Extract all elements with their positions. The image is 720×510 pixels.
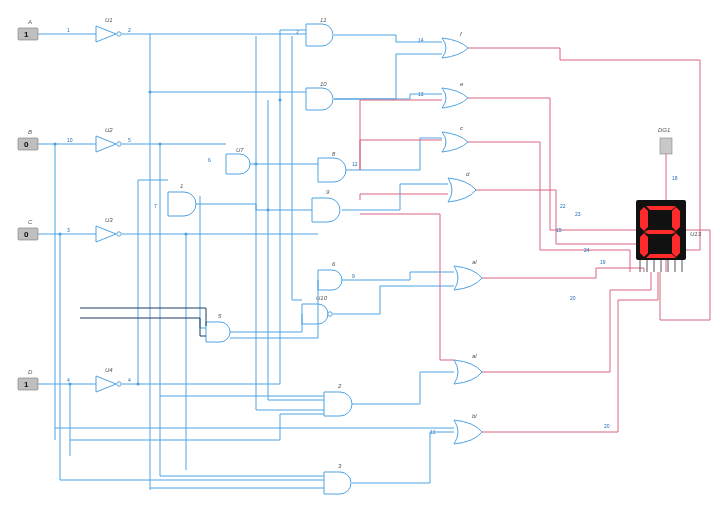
connector-icon xyxy=(660,138,672,154)
svg-point-37 xyxy=(328,312,332,316)
gate-9: 9 xyxy=(312,189,340,222)
svg-point-51 xyxy=(58,232,61,235)
gate-11: 11 2 xyxy=(296,17,333,46)
svg-point-56 xyxy=(254,162,257,165)
input-D[interactable]: D 1 xyxy=(18,369,38,390)
svg-text:20: 20 xyxy=(604,423,610,429)
gate-c: c xyxy=(442,125,468,152)
svg-text:5: 5 xyxy=(218,313,222,319)
svg-text:DG1: DG1 xyxy=(658,127,670,133)
svg-marker-72 xyxy=(646,206,676,210)
gate-2: 2 xyxy=(324,383,352,416)
svg-text:20: 20 xyxy=(570,295,576,301)
svg-text:al: al xyxy=(472,259,477,265)
gate-10: 10 xyxy=(306,81,333,110)
svg-point-52 xyxy=(68,382,71,385)
svg-text:al: al xyxy=(472,353,477,359)
svg-text:5: 5 xyxy=(128,137,131,143)
svg-point-57 xyxy=(266,208,269,211)
svg-text:A: A xyxy=(27,19,32,25)
svg-point-9 xyxy=(117,32,121,36)
svg-text:0: 0 xyxy=(24,230,29,239)
svg-text:3: 3 xyxy=(338,463,342,469)
svg-text:1: 1 xyxy=(24,380,29,389)
svg-text:d: d xyxy=(466,171,470,177)
svg-text:8: 8 xyxy=(332,151,336,157)
input-C[interactable]: C 0 xyxy=(18,219,38,240)
svg-text:7: 7 xyxy=(154,203,157,209)
svg-text:4: 4 xyxy=(67,377,70,383)
gate-U10: U10 xyxy=(302,295,332,324)
svg-point-50 xyxy=(53,142,56,145)
svg-text:D: D xyxy=(28,369,33,375)
svg-text:4: 4 xyxy=(128,377,131,383)
svg-text:2: 2 xyxy=(337,383,342,389)
svg-marker-76 xyxy=(640,233,648,257)
svg-text:e: e xyxy=(460,81,464,87)
svg-text:1: 1 xyxy=(67,27,70,33)
gate-3: 3 xyxy=(324,463,351,494)
svg-text:0: 0 xyxy=(24,140,29,149)
svg-point-20 xyxy=(117,382,121,386)
gate-8: 8 12 xyxy=(318,151,358,182)
gate-al2: al xyxy=(454,353,482,384)
svg-text:24: 24 xyxy=(584,247,590,253)
svg-text:18: 18 xyxy=(672,175,678,181)
svg-text:bl: bl xyxy=(472,413,477,419)
svg-text:9: 9 xyxy=(352,273,355,279)
svg-text:10: 10 xyxy=(67,137,73,143)
svg-text:15: 15 xyxy=(556,227,562,233)
gate-6: 6 9 xyxy=(318,261,355,290)
svg-text:U3: U3 xyxy=(105,217,113,223)
svg-marker-77 xyxy=(640,207,648,231)
svg-text:3: 3 xyxy=(67,227,70,233)
svg-text:f: f xyxy=(460,31,463,37)
svg-point-55 xyxy=(184,232,187,235)
input-A[interactable]: A 1 xyxy=(18,19,38,40)
svg-text:11: 11 xyxy=(320,17,327,23)
svg-text:1: 1 xyxy=(180,183,183,189)
svg-point-53 xyxy=(148,90,151,93)
gate-U7: U7 6 xyxy=(208,147,250,174)
svg-text:12: 12 xyxy=(352,161,358,167)
svg-text:B: B xyxy=(28,129,32,135)
svg-text:2: 2 xyxy=(128,27,131,33)
svg-text:1: 1 xyxy=(24,30,29,39)
svg-text:U1: U1 xyxy=(105,17,113,23)
gate-U1: U1 1 2 xyxy=(67,17,131,42)
gate-U3: U3 3 xyxy=(67,217,121,242)
svg-point-54 xyxy=(158,142,161,145)
svg-text:U13: U13 xyxy=(690,231,702,237)
svg-text:U4: U4 xyxy=(105,367,113,373)
svg-marker-73 xyxy=(672,207,680,231)
svg-text:22: 22 xyxy=(560,203,566,209)
svg-marker-78 xyxy=(644,230,676,234)
svg-marker-74 xyxy=(672,233,680,257)
svg-text:C: C xyxy=(28,219,33,225)
circuit-canvas: A 1 B 0 C 0 D 1 U1 1 2 U2 10 5 U3 3 U4 4… xyxy=(0,0,720,510)
svg-text:10: 10 xyxy=(320,81,327,87)
gate-al: al xyxy=(454,259,482,290)
gate-5: 5 xyxy=(206,313,230,342)
svg-text:c: c xyxy=(460,125,463,131)
gate-d: d xyxy=(448,171,476,202)
svg-text:19: 19 xyxy=(600,259,606,265)
svg-text:6: 6 xyxy=(208,157,211,163)
svg-point-13 xyxy=(117,142,121,146)
svg-text:9: 9 xyxy=(326,189,330,195)
svg-point-59 xyxy=(136,382,139,385)
wiring-blue xyxy=(38,30,454,490)
svg-text:U2: U2 xyxy=(105,127,113,133)
gate-U2: U2 10 5 xyxy=(67,127,131,152)
svg-text:6: 6 xyxy=(332,261,336,267)
svg-point-17 xyxy=(117,232,121,236)
svg-text:U7: U7 xyxy=(236,147,244,153)
svg-marker-75 xyxy=(646,254,676,258)
svg-text:23: 23 xyxy=(575,211,581,217)
gate-U4: U4 4 4 xyxy=(67,367,131,392)
input-B[interactable]: B 0 xyxy=(18,129,38,150)
svg-point-58 xyxy=(278,98,281,101)
